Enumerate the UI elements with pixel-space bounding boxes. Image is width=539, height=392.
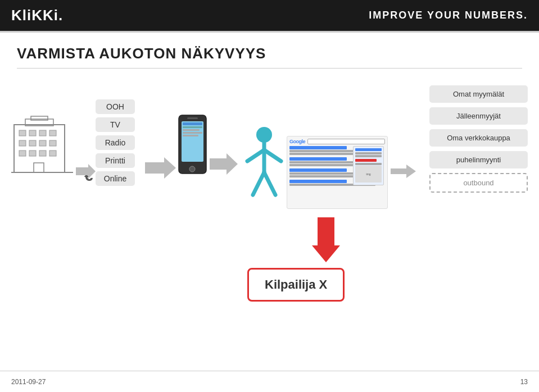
svg-line-34 [253,172,264,195]
svg-rect-8 [39,140,46,146]
svg-rect-9 [49,140,56,146]
logo: KliKKi. [11,7,63,24]
mobile-phone [177,113,208,177]
svg-rect-6 [19,140,26,146]
svg-marker-29 [210,153,238,175]
svg-line-33 [264,150,281,161]
page-title-area: VARMISTA AUKOTON NÄKYVYYS [0,33,539,68]
tagline: IMPROVE YOUR NUMBERS. [369,10,528,21]
channel-printti: Printti [96,153,135,168]
svg-marker-37 [312,217,340,262]
svg-point-27 [189,166,195,172]
building-icon [11,113,73,181]
outcome-verkkokauppa: Oma verkkokauppa [429,129,528,147]
channel-radio: Radio [96,135,135,150]
svg-rect-3 [29,130,36,136]
svg-rect-23 [183,126,202,128]
svg-rect-10 [19,151,26,156]
outcome-omat-myymalat: Omat myymälät [429,85,528,103]
svg-marker-18 [76,164,96,179]
arrow-search-outcomes [391,163,416,182]
search-screenshot: Google [287,136,388,209]
footer: 2011-09-27 13 [0,371,539,392]
arrow-building-channels [76,163,96,182]
header: KliKKi. IMPROVE YOUR NUMBERS. [0,0,539,31]
main-content: € OOH TV Radio Printti Online [0,69,539,372]
outcome-boxes: Omat myymälät Jälleenmyyjät Oma verkkoka… [429,85,528,193]
arrow-phone-person [210,152,238,179]
channel-online: Online [96,171,135,186]
channel-labels: OOH TV Radio Printti Online [96,99,135,186]
svg-line-35 [264,172,275,195]
svg-rect-2 [19,130,26,136]
svg-rect-12 [39,151,46,156]
svg-rect-26 [183,135,198,136]
arrow-down [312,217,340,265]
svg-marker-36 [391,165,416,178]
svg-marker-19 [145,157,176,179]
footer-page-number: 13 [520,378,528,386]
svg-rect-14 [34,163,44,172]
svg-rect-4 [39,130,46,136]
svg-rect-11 [29,151,36,156]
footer-date: 2011-09-27 [11,378,46,386]
arrow-channels-phone [145,156,176,183]
svg-rect-24 [183,129,200,131]
outcome-puhelinmyynti: puhelinmyynti [429,151,528,168]
svg-line-32 [247,150,264,161]
outcome-outbound: outbound [429,173,528,193]
svg-rect-25 [183,132,202,134]
person-figure [239,125,289,206]
svg-rect-5 [49,130,56,136]
svg-rect-28 [187,117,198,119]
svg-rect-7 [29,140,36,146]
page-title: VARMISTA AUKOTON NÄKYVYYS [17,45,522,62]
svg-rect-17 [31,116,48,120]
channel-tv: TV [96,117,135,132]
svg-rect-13 [49,151,56,156]
svg-rect-22 [183,122,202,125]
svg-point-30 [256,127,272,143]
outcome-jalleenmyyjat: Jälleenmyyjät [429,107,528,125]
competitor-box: Kilpailija X [247,268,345,302]
channel-ooh: OOH [96,99,135,114]
